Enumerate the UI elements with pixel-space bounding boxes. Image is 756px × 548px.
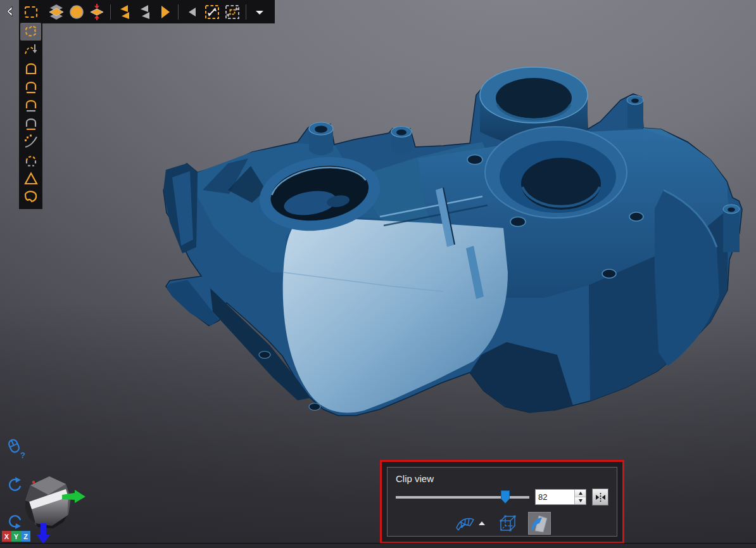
layered-diamonds-icon	[47, 3, 65, 21]
spinner-down-button[interactable]	[575, 497, 586, 504]
circle-select-icon	[68, 3, 85, 21]
clip-slider[interactable]	[396, 490, 529, 504]
shrink-selection-icon	[224, 3, 241, 21]
help-question-mark: ?	[20, 450, 25, 460]
double-arrow-left-orange-button[interactable]	[115, 3, 134, 21]
selection-shape-toolbar	[19, 0, 42, 209]
arch-open-select-button[interactable]	[20, 78, 41, 96]
double-arrow-left-gray-button[interactable]	[135, 3, 154, 21]
layered-diamonds-button[interactable]	[47, 3, 66, 21]
toolbar-separator	[110, 4, 111, 20]
arrow-right-orange-icon	[156, 3, 173, 21]
arch-select-button[interactable]	[20, 60, 41, 77]
arch-gray-base-icon	[23, 97, 39, 113]
arrow-left-gray-icon	[186, 3, 198, 21]
grow-selection-icon	[203, 3, 221, 21]
triangle-select-icon	[23, 170, 39, 187]
arch-select-icon	[23, 60, 39, 77]
clip-view-title: Clip view	[396, 473, 617, 484]
rectangle-select-icon	[23, 4, 39, 20]
clip-plane-icon	[530, 514, 549, 533]
rectangle-select-button[interactable]	[20, 2, 41, 22]
clip-value-input[interactable]	[536, 490, 574, 504]
application-window: ?	[0, 0, 756, 548]
spinner-down-icon	[579, 499, 583, 502]
toolbar-separator	[178, 4, 179, 20]
coordinate-system-badge: X Y Z	[2, 531, 30, 542]
shrink-selection-button[interactable]	[223, 3, 242, 21]
spinner-up-button[interactable]	[575, 490, 586, 497]
clip-plane-button[interactable]	[528, 512, 551, 535]
spinner-up-icon	[579, 492, 583, 495]
collapse-diamond-icon	[88, 3, 106, 21]
triangle-select-button[interactable]	[20, 170, 41, 188]
clip-value-box	[535, 489, 586, 505]
mouse-help-icon: ?	[5, 437, 27, 460]
axis-label-z: Z	[21, 531, 30, 542]
flip-direction-icon	[595, 492, 606, 502]
dropup-arrow-icon	[479, 521, 485, 526]
freeform-select-icon	[23, 189, 39, 205]
model-mesh[interactable]	[0, 0, 756, 548]
arrow-left-gray-button[interactable]	[182, 3, 201, 21]
mesh-surface-icon	[455, 514, 476, 532]
bounding-box-button[interactable]	[496, 513, 518, 534]
arch-gray-top-select-button[interactable]	[20, 115, 41, 132]
collapse-diamond-button[interactable]	[87, 3, 106, 21]
grow-selection-button[interactable]	[203, 3, 222, 21]
flip-clip-direction-button[interactable]	[592, 488, 608, 506]
toolbar-collapse-button[interactable]	[1, 3, 18, 20]
axis-label-y: Y	[11, 531, 21, 542]
clip-view-panel-highlight: Clip view	[380, 460, 624, 544]
curve-points-select-icon	[23, 134, 39, 150]
arrow-right-orange-button[interactable]	[155, 3, 174, 21]
spline-select-icon	[23, 42, 39, 58]
arch-dashed-select-button[interactable]	[20, 151, 41, 169]
arch-open-select-icon	[23, 79, 39, 95]
spline-select-button[interactable]	[20, 41, 41, 59]
dropdown-arrow-icon	[255, 3, 265, 21]
double-arrow-left-gray-icon	[135, 3, 153, 21]
freeform-select-button[interactable]	[20, 188, 41, 206]
double-arrow-left-orange-icon	[115, 3, 133, 21]
model-body	[163, 67, 742, 416]
curve-points-select-button[interactable]	[20, 133, 41, 151]
bounding-box-icon	[498, 514, 517, 533]
window-bottom-edge	[0, 543, 756, 548]
clip-value-spinner	[574, 490, 586, 504]
circle-select-mode-button[interactable]	[67, 3, 86, 21]
lasso-select-icon	[23, 23, 39, 40]
mesh-display-button[interactable]	[453, 513, 486, 533]
mouse-help-button[interactable]: ?	[5, 437, 27, 460]
selection-mode-toolbar	[42, 0, 275, 23]
clip-slider-handle[interactable]	[501, 490, 510, 504]
toolbar-separator	[246, 4, 246, 20]
arch-gray-top-icon	[23, 115, 39, 132]
arch-gray-base-select-button[interactable]	[20, 96, 41, 114]
axis-label-x: X	[2, 531, 11, 542]
toolbar-dropdown-button[interactable]	[250, 3, 269, 21]
lasso-select-button[interactable]	[20, 23, 41, 41]
chevron-left-icon	[4, 4, 15, 18]
arch-dashed-select-icon	[23, 152, 39, 169]
cube-marker-dot	[32, 481, 35, 483]
clip-view-panel: Clip view	[387, 467, 617, 537]
